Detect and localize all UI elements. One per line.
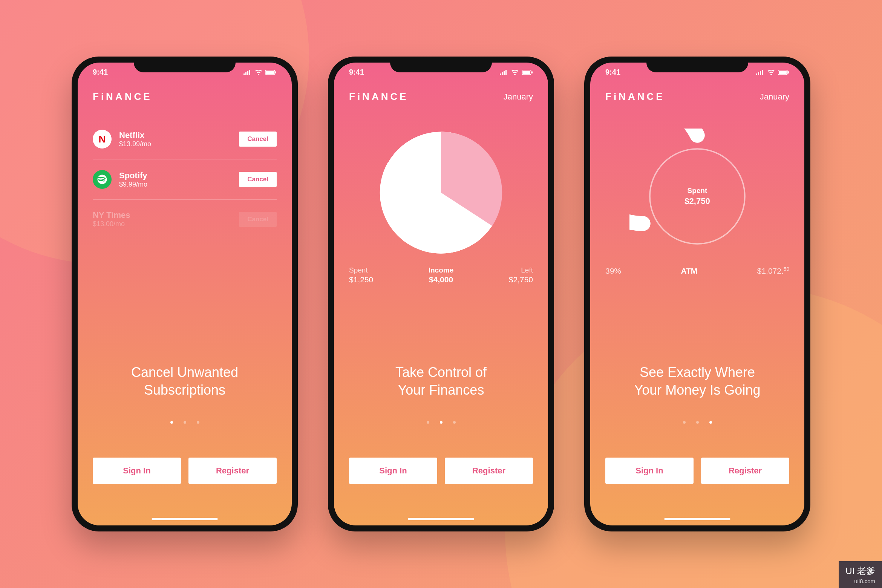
headline-line-1: See Exactly Where [640,364,755,380]
dot-2[interactable] [440,421,443,424]
month-label[interactable]: January [760,92,789,102]
battery-icon [778,70,789,75]
screen-1: 9:41 FiNANCE N Netflix $13.99/mo Cance [78,63,292,525]
phone-mockup-2: 9:41 FiNANCE January [328,57,554,531]
screen-2: 9:41 FiNANCE January [334,63,548,525]
subscription-name: NY Times [93,210,231,220]
screen-3: 9:41 FiNANCE January Spen [590,63,804,525]
page-dots[interactable] [78,421,292,424]
dot-2[interactable] [696,421,699,424]
headline-line-2: Subscriptions [144,382,225,398]
subscription-price: $9.99/mo [119,181,231,188]
headline-line-2: Your Money Is Going [634,382,761,398]
gauge-label: Spent [684,187,710,195]
subscription-info: Spotify $9.99/mo [119,171,231,188]
stat-label: Spent [349,266,373,274]
spotify-icon [93,170,112,189]
dot-3[interactable] [197,421,199,424]
dot-2[interactable] [184,421,186,424]
detail-amount-main: $1,072. [757,266,784,275]
stat-left: Left $2,750 [509,266,533,284]
subscription-info: Netflix $13.99/mo [119,130,231,148]
subscription-price: $13.99/mo [119,140,231,148]
detail-category: ATM [681,266,697,276]
watermark-top: UI 老爹 [845,565,875,577]
subscription-row-nytimes[interactable]: NY Times $13.00/mo Cancel [93,200,277,239]
cancel-button[interactable]: Cancel [239,172,277,187]
pie-overlay [377,129,505,257]
subscription-info: NY Times $13.00/mo [93,210,231,228]
subscription-name: Netflix [119,130,231,140]
sign-in-button[interactable]: Sign In [349,458,437,484]
status-icons [243,70,277,75]
wifi-icon [511,70,519,75]
headline: Take Control of Your Finances [349,364,533,399]
watermark: UI 老爹 uil8.com [839,561,882,588]
wifi-icon [767,70,775,75]
gauge-chart: Spent $2,750 [605,129,789,264]
battery-icon [522,70,533,75]
sign-in-button[interactable]: Sign In [93,458,181,484]
svg-rect-5 [531,71,533,74]
headline: Cancel Unwanted Subscriptions [93,364,277,399]
cancel-button[interactable]: Cancel [239,132,277,147]
notch [646,57,748,72]
home-indicator[interactable] [152,518,218,520]
detail-amount: $1,072.50 [757,266,789,276]
cta-row: Sign In Register [93,458,277,484]
detail-percent: 39% [605,266,621,276]
brand-logo: FiNANCE [605,91,665,103]
brand-logo: FiNANCE [93,91,152,103]
page-dots[interactable] [334,421,548,424]
sign-in-button[interactable]: Sign In [605,458,694,484]
cellular-icon [243,70,252,75]
subscription-price: $13.00/mo [93,220,231,228]
battery-icon [265,70,277,75]
register-button[interactable]: Register [445,458,533,484]
svg-rect-9 [779,71,787,74]
status-time: 9:41 [349,68,364,77]
page-dots[interactable] [590,421,804,424]
headline-line-1: Take Control of [395,364,487,380]
home-indicator[interactable] [408,518,474,520]
stat-value: $4,000 [429,275,454,284]
cta-row: Sign In Register [605,458,789,484]
dot-1[interactable] [427,421,429,424]
dot-3[interactable] [709,421,712,424]
netflix-icon: N [93,130,112,149]
month-label[interactable]: January [504,92,533,102]
cellular-icon [756,70,764,75]
detail-amount-cents: 50 [784,266,789,272]
cancel-button[interactable]: Cancel [239,212,277,227]
app-header: FiNANCE [78,91,292,103]
watermark-bottom: uil8.com [854,578,875,584]
phone-mockup-1: 9:41 FiNANCE N Netflix $13.99/mo Cance [72,57,298,531]
subscription-row-netflix[interactable]: N Netflix $13.99/mo Cancel [93,119,277,159]
headline-line-1: Cancel Unwanted [131,364,238,380]
notch [390,57,492,72]
svg-rect-10 [788,71,789,74]
register-button[interactable]: Register [188,458,277,484]
dot-3[interactable] [453,421,456,424]
phone-mockup-3: 9:41 FiNANCE January Spen [584,57,810,531]
app-header: FiNANCE January [334,91,548,103]
register-button[interactable]: Register [701,458,789,484]
stat-value: $1,250 [349,275,373,284]
headline-line-2: Your Finances [398,382,484,398]
stat-label: Income [429,266,454,274]
subscription-row-spotify[interactable]: Spotify $9.99/mo Cancel [93,159,277,200]
home-indicator[interactable] [665,518,730,520]
stat-label: Left [509,266,533,274]
svg-rect-4 [522,71,530,74]
dot-1[interactable] [683,421,686,424]
subscription-name: Spotify [119,171,231,181]
status-icons [500,70,533,75]
notch [134,57,236,72]
dot-1[interactable] [170,421,173,424]
gauge-value: $2,750 [684,196,710,206]
wifi-icon [255,70,262,75]
gauge-center: Spent $2,750 [684,187,710,206]
stat-value: $2,750 [509,275,533,284]
cellular-icon [500,70,508,75]
headline: See Exactly Where Your Money Is Going [605,364,789,399]
